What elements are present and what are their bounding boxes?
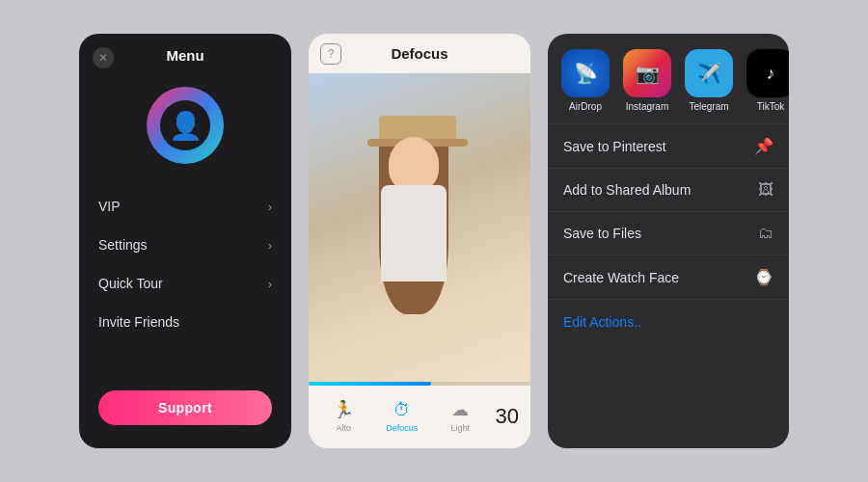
chevron-icon: ›	[268, 200, 272, 214]
defocus-title: Defocus	[391, 45, 448, 62]
airdrop-label: AirDrop	[569, 101, 602, 112]
telegram-icon: ✈️	[685, 49, 733, 97]
menu-items: VIP › Settings › Quick Tour › Invite Fri…	[79, 183, 291, 375]
body	[381, 185, 447, 281]
action-pinterest[interactable]: Save to Pinterest 📌	[548, 124, 789, 169]
shared-album-label: Add to Shared Album	[563, 182, 691, 198]
left-header: ✕ Menu	[79, 34, 291, 71]
menu-item-quick-tour[interactable]: Quick Tour ›	[79, 264, 291, 303]
menu-item-vip[interactable]: VIP ›	[79, 187, 291, 226]
menu-title: Menu	[166, 47, 203, 64]
right-panel: 📡 AirDrop 📷 Instagram ✈️ Telegram ♪ TikT…	[548, 34, 789, 448]
instagram-icon: 📷	[623, 49, 671, 97]
menu-item-label: Invite Friends	[98, 314, 179, 330]
support-area: Support	[79, 375, 291, 448]
shared-album-icon: 🖼	[758, 181, 773, 199]
pinterest-icon: 📌	[754, 137, 773, 155]
action-shared-album[interactable]: Add to Shared Album 🖼	[548, 169, 789, 212]
menu-item-label: VIP	[98, 199, 121, 214]
menu-item-label: Settings	[98, 237, 148, 253]
mid-toolbar: 🏃 Alto ⏱ Defocus ☁ Light 30	[309, 386, 530, 448]
edit-actions[interactable]: Edit Actions..	[548, 300, 789, 344]
slider-bar[interactable]	[309, 382, 530, 386]
tool-light[interactable]: ☁ Light	[433, 395, 488, 437]
close-icon: ✕	[98, 51, 108, 65]
slider-fill	[309, 382, 431, 386]
tool-alto[interactable]: 🏃 Alto	[316, 395, 371, 437]
save-files-icon: 🗂	[758, 225, 773, 242]
telegram-label: Telegram	[689, 101, 728, 112]
avatar-area	[79, 71, 291, 183]
photo-area	[309, 73, 530, 386]
watch-face-icon: ⌚	[754, 268, 773, 286]
light-label: Light	[450, 423, 470, 433]
defocus-icon: ⏱	[393, 400, 411, 420]
help-icon: ?	[328, 47, 335, 61]
photo	[309, 73, 530, 386]
menu-item-label: Quick Tour	[98, 276, 163, 291]
action-save-files[interactable]: Save to Files 🗂	[548, 212, 789, 255]
menu-item-settings[interactable]: Settings ›	[79, 226, 291, 264]
share-actions: Save to Pinterest 📌 Add to Shared Album …	[548, 124, 789, 448]
edit-actions-label: Edit Actions..	[563, 314, 641, 330]
tiktok-icon: ♪	[746, 49, 789, 97]
mid-panel: ? Defocus 🏃 Alto ⏱ Defocus ☁ Light	[309, 34, 530, 448]
chevron-icon: ›	[268, 238, 272, 253]
light-icon: ☁	[451, 399, 469, 420]
app-telegram[interactable]: ✈️ Telegram	[685, 49, 733, 112]
action-watch-face[interactable]: Create Watch Face ⌚	[548, 255, 789, 300]
instagram-label: Instagram	[626, 101, 668, 112]
mid-header: ? Defocus	[309, 34, 530, 73]
left-panel: ✕ Menu VIP › Settings › Quick Tour › Inv…	[79, 34, 291, 448]
app-airdrop[interactable]: 📡 AirDrop	[561, 49, 610, 112]
tiktok-label: TikTok	[757, 101, 785, 112]
app-instagram[interactable]: 📷 Instagram	[623, 49, 671, 112]
help-button[interactable]: ?	[320, 43, 341, 65]
close-button[interactable]: ✕	[93, 47, 114, 68]
menu-item-invite-friends[interactable]: Invite Friends	[79, 303, 291, 341]
head	[389, 137, 439, 191]
save-files-label: Save to Files	[563, 226, 641, 241]
tool-defocus[interactable]: ⏱ Defocus	[375, 396, 430, 437]
chevron-icon: ›	[268, 277, 272, 291]
airdrop-icon: 📡	[561, 49, 610, 97]
tool-number: 30	[492, 404, 523, 429]
avatar	[147, 87, 224, 164]
support-button[interactable]: Support	[98, 390, 272, 425]
watch-face-label: Create Watch Face	[563, 270, 679, 285]
pinterest-label: Save to Pinterest	[563, 139, 666, 154]
defocus-label: Defocus	[386, 423, 418, 433]
girl-figure	[352, 116, 487, 386]
app-tiktok[interactable]: ♪ TikTok	[746, 49, 789, 112]
alto-icon: 🏃	[333, 399, 354, 420]
alto-label: Alto	[336, 423, 351, 433]
share-apps: 📡 AirDrop 📷 Instagram ✈️ Telegram ♪ TikT…	[548, 34, 789, 124]
